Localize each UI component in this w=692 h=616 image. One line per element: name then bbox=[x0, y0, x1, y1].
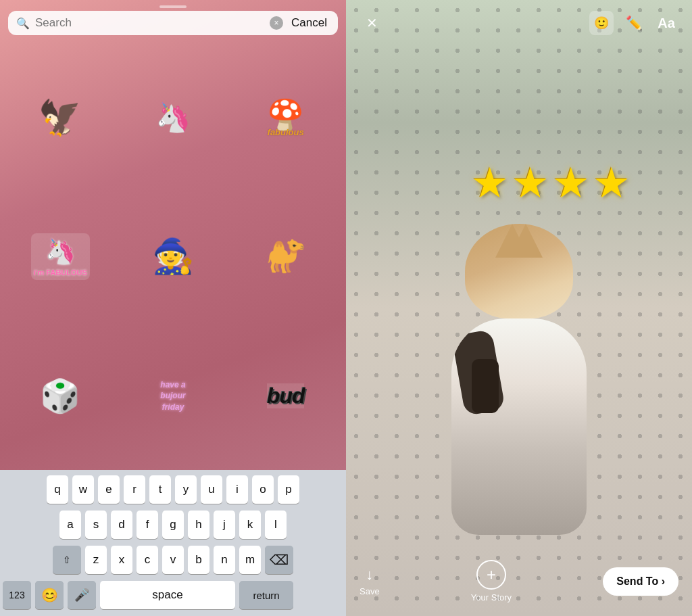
key-q[interactable]: q bbox=[47, 475, 68, 504]
key-a[interactable]: a bbox=[59, 511, 81, 539]
sticker-grid: 🦅 🦄 🍄 fabulous 🦄 i'm FABULOUS 🧙 🐪 🎲 bbox=[0, 43, 346, 470]
add-story-icon: + bbox=[476, 560, 506, 590]
star-1: ★ bbox=[471, 162, 509, 204]
sticker-button[interactable]: 🙂 bbox=[589, 11, 614, 35]
sticker-bonjour-friday[interactable]: have a bujour friday bbox=[118, 328, 228, 465]
key-y[interactable]: y bbox=[175, 475, 197, 504]
key-i[interactable]: i bbox=[226, 475, 248, 504]
key-e[interactable]: e bbox=[98, 475, 120, 504]
key-emoji[interactable]: 😊 bbox=[35, 581, 64, 609]
sticker-frog-fabulous[interactable]: 🍄 fabulous bbox=[230, 49, 341, 185]
key-o[interactable]: o bbox=[252, 475, 274, 504]
key-space[interactable]: space bbox=[100, 581, 235, 609]
text-button[interactable]: Aa bbox=[654, 11, 678, 35]
sticker-blue-camel[interactable]: 🐪 bbox=[230, 188, 341, 325]
drag-handle bbox=[159, 5, 187, 8]
sticker-villain[interactable]: 🧙 bbox=[118, 188, 228, 325]
key-u[interactable]: u bbox=[201, 475, 222, 504]
sticker-unicorn[interactable]: 🦄 bbox=[118, 49, 228, 185]
star-3: ★ bbox=[552, 162, 590, 204]
keyboard-bottom-row: 123 😊 🎤 space return bbox=[3, 581, 343, 609]
key-t[interactable]: t bbox=[149, 475, 171, 504]
key-mic[interactable]: 🎤 bbox=[68, 581, 96, 609]
cat-head bbox=[465, 224, 573, 318]
key-shift[interactable]: ⇧ bbox=[53, 546, 81, 574]
keyboard-row-q: q w e r t y u i o p bbox=[3, 475, 343, 504]
key-v[interactable]: v bbox=[162, 546, 184, 574]
pen-icon: ✏️ bbox=[626, 15, 643, 31]
cat-ear-right bbox=[509, 224, 543, 258]
close-button[interactable]: ✕ bbox=[360, 11, 384, 35]
key-backspace[interactable]: ⌫ bbox=[265, 546, 293, 574]
key-return[interactable]: return bbox=[239, 581, 293, 609]
key-j[interactable]: j bbox=[214, 511, 235, 539]
search-input[interactable]: fabulous bbox=[35, 16, 264, 30]
key-h[interactable]: h bbox=[188, 511, 209, 539]
sticker-bird[interactable]: 🦅 bbox=[5, 49, 116, 185]
key-g[interactable]: g bbox=[162, 511, 184, 539]
sticker-bud[interactable]: bud bbox=[230, 328, 341, 465]
key-p[interactable]: p bbox=[278, 475, 299, 504]
key-numbers[interactable]: 123 bbox=[3, 581, 31, 609]
sticker-im-fabulous[interactable]: 🦄 i'm FABULOUS bbox=[5, 188, 116, 325]
story-background: ★ ★ ★ ★ bbox=[346, 0, 692, 616]
your-story-label: Your Story bbox=[471, 592, 512, 602]
save-label: Save bbox=[360, 586, 380, 596]
bottom-controls: ↓ Save + Your Story Send To › bbox=[346, 560, 692, 602]
top-controls: ✕ 🙂 ✏️ Aa bbox=[346, 11, 692, 35]
key-k[interactable]: k bbox=[239, 511, 261, 539]
your-story-button[interactable]: + Your Story bbox=[471, 560, 512, 602]
key-n[interactable]: n bbox=[214, 546, 235, 574]
cat-silhouette bbox=[424, 210, 614, 535]
clear-button[interactable]: × bbox=[270, 16, 283, 30]
key-l[interactable]: l bbox=[265, 511, 287, 539]
send-to-button[interactable]: Send To › bbox=[603, 567, 678, 596]
key-x[interactable]: x bbox=[111, 546, 132, 574]
keyboard: q w e r t y u i o p a s d f g h j k l ⇧ … bbox=[0, 470, 346, 616]
key-c[interactable]: c bbox=[137, 546, 158, 574]
key-s[interactable]: s bbox=[85, 511, 107, 539]
keyboard-row-z: ⇧ z x c v b n m ⌫ bbox=[3, 546, 343, 574]
top-right-controls: 🙂 ✏️ Aa bbox=[589, 11, 678, 35]
cancel-button[interactable]: Cancel bbox=[289, 16, 330, 30]
sticker-search-panel: 🔍 fabulous × Cancel 🦅 🦄 🍄 fabulous 🦄 i'm… bbox=[0, 0, 346, 616]
cat-body bbox=[451, 318, 587, 535]
sticker-dice[interactable]: 🎲 bbox=[5, 328, 116, 465]
pen-button[interactable]: ✏️ bbox=[622, 11, 646, 35]
text-label: Aa bbox=[658, 16, 675, 31]
star-2: ★ bbox=[512, 162, 549, 204]
stars-sticker[interactable]: ★ ★ ★ ★ bbox=[471, 162, 631, 204]
save-icon: ↓ bbox=[366, 566, 373, 584]
key-r[interactable]: r bbox=[124, 475, 145, 504]
story-editor-panel: ★ ★ ★ ★ ✕ 🙂 ✏️ Aa ↓ Save bbox=[346, 0, 692, 616]
key-f[interactable]: f bbox=[137, 511, 158, 539]
search-bar: 🔍 fabulous × Cancel bbox=[8, 11, 338, 35]
keyboard-row-a: a s d f g h j k l bbox=[3, 511, 343, 539]
key-m[interactable]: m bbox=[239, 546, 261, 574]
key-b[interactable]: b bbox=[188, 546, 209, 574]
save-button[interactable]: ↓ Save bbox=[360, 566, 380, 596]
key-d[interactable]: d bbox=[111, 511, 132, 539]
key-w[interactable]: w bbox=[72, 475, 94, 504]
sticker-icon: 🙂 bbox=[594, 16, 609, 30]
star-4: ★ bbox=[593, 162, 631, 204]
search-icon: 🔍 bbox=[16, 17, 30, 30]
key-z[interactable]: z bbox=[85, 546, 107, 574]
